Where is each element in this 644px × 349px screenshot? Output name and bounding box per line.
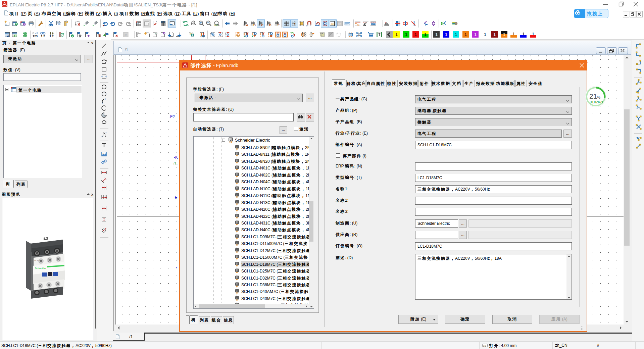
svg-text:D: D xyxy=(269,23,271,27)
svg-text:E: E xyxy=(278,23,280,27)
svg-text:A: A xyxy=(246,23,248,27)
svg-text:1:1: 1:1 xyxy=(483,345,487,347)
svg-text:100: 100 xyxy=(214,24,218,27)
svg-text:LC1 D..: LC1 D.. xyxy=(34,259,41,261)
svg-text:C: C xyxy=(261,23,263,27)
svg-text:1 2: 1 2 xyxy=(41,35,45,38)
svg-text:B: B xyxy=(253,23,256,27)
svg-text:Schneider: Schneider xyxy=(35,267,46,269)
svg-text:123: 123 xyxy=(33,35,38,38)
svg-text:↓0.02K/s: ↓0.02K/s xyxy=(589,100,603,104)
svg-text:1 2: 1 2 xyxy=(50,35,54,38)
svg-text:e: e xyxy=(338,21,341,26)
svg-text:123: 123 xyxy=(331,22,335,25)
svg-text:e: e xyxy=(125,33,127,37)
